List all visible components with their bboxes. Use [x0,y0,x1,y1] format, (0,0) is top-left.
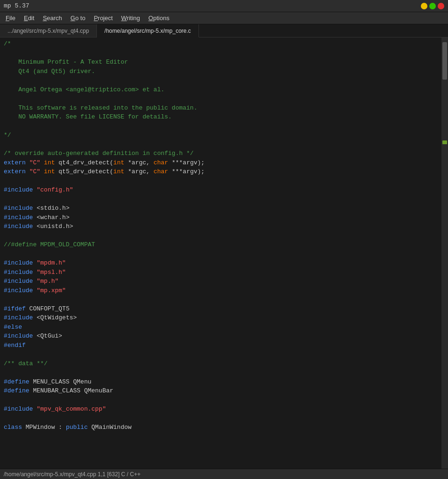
titlebar-title: mp 5.37 [4,2,29,9]
minimize-button[interactable] [421,3,427,9]
menu-writing[interactable]: Writing [118,14,144,22]
editor-container: /* Minimum Profit - A Text Editor Qt4 (a… [0,37,448,469]
editor[interactable]: /* Minimum Profit - A Text Editor Qt4 (a… [0,37,441,469]
menu-edit[interactable]: Edit [20,14,38,22]
maximize-button[interactable] [429,3,436,9]
menu-options[interactable]: Options [145,14,173,22]
scrollbar[interactable] [441,37,448,469]
menu-goto[interactable]: Go to [67,14,89,22]
statusbar-text: /home/angel/src/mp-5.x/mpv_qt4.cpp 1,1 [… [4,471,140,478]
menu-project[interactable]: Project [90,14,116,22]
tabs: .../angel/src/mp-5.x/mpv_qt4.cpp /home/a… [0,24,448,37]
tab-mpv-qt4[interactable]: .../angel/src/mp-5.x/mpv_qt4.cpp [0,24,97,37]
window-controls [421,3,444,9]
menubar: File Edit Search Go to Project Writing O… [0,12,448,24]
menu-search[interactable]: Search [39,14,66,22]
scrollbar-marker [442,140,447,144]
menu-file[interactable]: File [2,14,19,22]
titlebar: mp 5.37 [0,0,448,12]
tab-mp-core[interactable]: /home/angel/src/mp-5.x/mp_core.c [97,24,199,37]
scrollbar-thumb[interactable] [442,42,447,80]
statusbar: /home/angel/src/mp-5.x/mpv_qt4.cpp 1,1 [… [0,469,448,479]
close-button[interactable] [438,3,444,9]
code-content: /* Minimum Profit - A Text Editor Qt4 (a… [0,39,441,432]
